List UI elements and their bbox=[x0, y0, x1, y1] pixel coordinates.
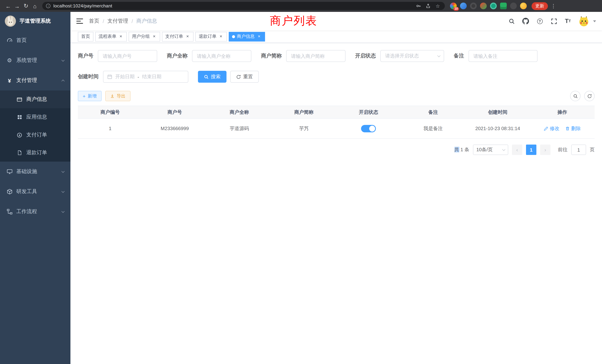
search-icon[interactable] bbox=[508, 17, 515, 25]
delete-link[interactable]: 删除 bbox=[565, 125, 581, 132]
chevron-down-icon bbox=[437, 54, 441, 57]
close-icon[interactable]: × bbox=[185, 34, 190, 39]
close-icon[interactable]: × bbox=[152, 34, 157, 39]
date-range-picker[interactable]: 开始日期 - 结束日期 bbox=[103, 71, 188, 83]
tab-home[interactable]: 首页 bbox=[78, 32, 93, 41]
gear-icon: ⚙ bbox=[6, 57, 13, 64]
password-key-icon[interactable] bbox=[415, 3, 422, 9]
sidebar-submenu-payment: 商户信息 应用信息 支付订单 bbox=[0, 90, 70, 162]
page-size-select[interactable]: 10条/页 bbox=[473, 145, 508, 155]
chevron-down-icon bbox=[62, 170, 65, 173]
close-icon[interactable]: × bbox=[257, 34, 262, 39]
next-page-button[interactable]: › bbox=[540, 145, 550, 155]
extension-puzzle-icon[interactable] bbox=[510, 3, 517, 9]
chevron-down-icon bbox=[62, 58, 65, 62]
tab-user-group[interactable]: 用户分组 × bbox=[129, 32, 160, 41]
edit-link[interactable]: 修改 bbox=[544, 125, 559, 132]
status-select[interactable]: 请选择开启状态 bbox=[380, 50, 444, 62]
date-separator: - bbox=[138, 74, 139, 79]
app-logo[interactable]: 芋道管理系统 bbox=[0, 12, 70, 30]
short-name-input[interactable] bbox=[286, 50, 345, 62]
breadcrumb-home[interactable]: 首页 bbox=[89, 18, 99, 24]
filter-label: 商户全称 bbox=[167, 53, 188, 59]
workflow-icon bbox=[6, 209, 13, 215]
cell-merchant-id: 1 bbox=[78, 118, 142, 139]
tab-merchant-info[interactable]: 商户信息 × bbox=[229, 32, 265, 41]
select-placeholder: 请选择开启状态 bbox=[385, 53, 419, 59]
extension-green-circle-icon[interactable] bbox=[490, 3, 497, 9]
sidebar-item-home[interactable]: 首页 bbox=[0, 30, 70, 50]
sidebar-item-infrastructure[interactable]: 基础设施 bbox=[0, 162, 70, 182]
chevron-down-icon bbox=[62, 190, 65, 193]
back-icon[interactable]: ← bbox=[4, 1, 13, 10]
export-button[interactable]: 导出 bbox=[105, 91, 130, 101]
main-area: 首页 / 支付管理 / 商户信息 ? bbox=[70, 12, 602, 364]
sidebar-item-payment[interactable]: ¥ 支付管理 bbox=[0, 70, 70, 90]
extension-dark-circle-icon[interactable] bbox=[470, 3, 477, 9]
add-button[interactable]: + 新增 bbox=[78, 91, 101, 101]
grid-icon bbox=[16, 115, 23, 120]
merchant-table: 商户编号 商户号 商户全称 商户简称 开启状态 备注 创建时间 操作 1 bbox=[78, 106, 595, 139]
active-dot-icon bbox=[232, 35, 235, 38]
sidebar-item-app-info[interactable]: 应用信息 bbox=[0, 108, 70, 126]
extensions-pinwheel-icon[interactable]: 10 bbox=[450, 3, 457, 9]
browser-menu-icon[interactable]: ⋮ bbox=[551, 3, 556, 9]
logo-avatar bbox=[5, 16, 16, 27]
sidebar-toggle-icon[interactable] bbox=[76, 19, 83, 24]
sidebar-item-workflow[interactable]: 工作流程 bbox=[0, 202, 70, 222]
close-icon[interactable]: × bbox=[218, 34, 224, 39]
sidebar-item-pay-order[interactable]: 支付订单 bbox=[0, 126, 70, 144]
extension-drop-icon[interactable] bbox=[460, 3, 467, 9]
sidebar-item-label: 工作流程 bbox=[16, 208, 37, 215]
sidebar-item-refund-order[interactable]: 退款订单 bbox=[0, 144, 70, 162]
bookmark-star-icon[interactable]: ☆ bbox=[434, 3, 441, 9]
address-bar[interactable]: i localhost:1024/pay/merchant ☆ bbox=[42, 2, 445, 10]
sidebar-item-label: 首页 bbox=[16, 37, 27, 44]
tab-pay-order[interactable]: 支付订单 × bbox=[162, 32, 194, 41]
prev-page-button[interactable]: ‹ bbox=[512, 145, 522, 155]
sidebar-item-merchant-info[interactable]: 商户信息 bbox=[0, 90, 70, 108]
close-icon[interactable]: × bbox=[118, 34, 123, 39]
tab-process-form[interactable]: 流程表单 × bbox=[95, 32, 127, 41]
share-icon[interactable] bbox=[425, 3, 431, 9]
extension-green-square-icon[interactable] bbox=[500, 3, 507, 9]
browser-update-button[interactable]: 更新 bbox=[532, 2, 548, 10]
font-size-icon[interactable]: TT bbox=[564, 17, 572, 25]
sidebar-item-label: 应用信息 bbox=[26, 114, 47, 120]
site-info-icon[interactable]: i bbox=[46, 4, 50, 8]
status-toggle[interactable] bbox=[361, 125, 376, 132]
screen: ← → ↻ ⌂ i localhost:1024/pay/merchant ☆ … bbox=[0, 0, 602, 364]
extension-profile-icon[interactable] bbox=[480, 3, 487, 9]
reload-icon[interactable]: ↻ bbox=[22, 1, 30, 10]
github-icon[interactable] bbox=[522, 17, 529, 25]
help-icon[interactable]: ? bbox=[536, 17, 543, 25]
avatar-caret-icon[interactable] bbox=[593, 20, 596, 22]
refresh-icon bbox=[587, 94, 592, 98]
merchant-no-input[interactable] bbox=[98, 50, 157, 62]
forward-icon[interactable]: → bbox=[13, 1, 22, 10]
user-avatar[interactable] bbox=[578, 16, 589, 27]
tab-refund-order[interactable]: 退款订单 × bbox=[195, 32, 227, 41]
page-number-button[interactable]: 1 bbox=[526, 145, 536, 155]
breadcrumb-payment[interactable]: 支付管理 bbox=[108, 18, 128, 24]
table-header-row: 商户编号 商户号 商户全称 商户简称 开启状态 备注 创建时间 操作 bbox=[78, 106, 595, 118]
refresh-table-button[interactable] bbox=[584, 91, 595, 101]
extension-emoji-icon[interactable] bbox=[520, 3, 527, 9]
extensions-area: 10 bbox=[450, 3, 527, 9]
sidebar-item-system[interactable]: ⚙ 系统管理 bbox=[0, 50, 70, 70]
home-icon[interactable]: ⌂ bbox=[30, 1, 39, 10]
calendar-icon bbox=[107, 74, 112, 79]
breadcrumb-separator: / bbox=[103, 18, 104, 24]
column-header: 开启状态 bbox=[336, 106, 401, 118]
goto-label: 前往 bbox=[558, 146, 568, 153]
toggle-search-button[interactable] bbox=[570, 91, 580, 101]
search-button[interactable]: 搜索 bbox=[198, 71, 226, 83]
goto-page-input[interactable] bbox=[571, 145, 586, 155]
fullscreen-icon[interactable] bbox=[550, 17, 558, 25]
full-name-input[interactable] bbox=[192, 50, 251, 62]
sidebar-item-dev-tools[interactable]: 研发工具 bbox=[0, 182, 70, 202]
remark-input[interactable] bbox=[469, 50, 538, 62]
search-icon bbox=[204, 74, 209, 79]
cell-full-name: 芋道源码 bbox=[207, 118, 272, 139]
reset-button[interactable]: 重置 bbox=[230, 71, 259, 83]
